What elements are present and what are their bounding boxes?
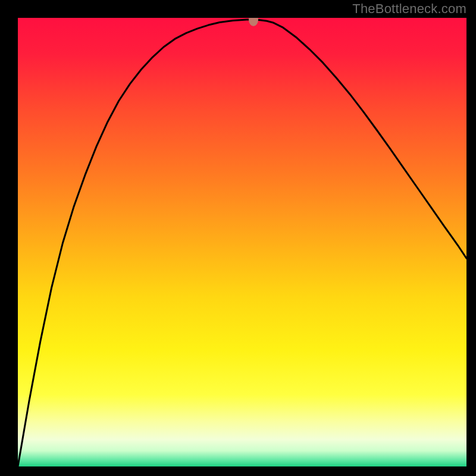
plot-area [18, 18, 466, 466]
watermark-text: TheBottleneck.com [352, 1, 466, 17]
svg-rect-0 [18, 18, 466, 466]
gradient-background [18, 18, 466, 466]
chart-frame: TheBottleneck.com [0, 0, 476, 476]
